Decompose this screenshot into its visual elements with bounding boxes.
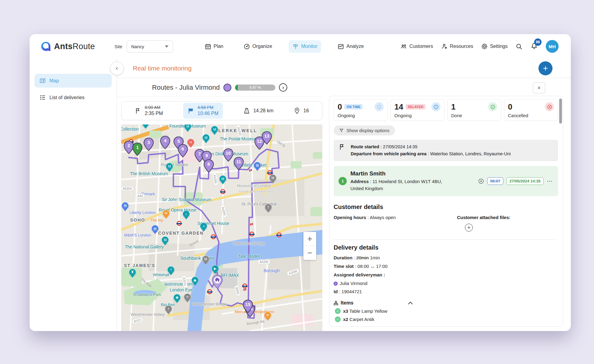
zoom-out-button[interactable]: − bbox=[303, 246, 316, 260]
stop-marker-4[interactable]: 4 bbox=[160, 136, 170, 149]
stop-marker-11[interactable]: 11 bbox=[234, 157, 244, 170]
poi-pin[interactable]: M bbox=[161, 236, 169, 244]
poi-pin[interactable]: ♪ bbox=[183, 210, 190, 218]
poi-pin[interactable]: ◉ bbox=[191, 277, 199, 284]
flag-icon bbox=[339, 143, 346, 151]
poi-pin[interactable]: M bbox=[202, 256, 209, 263]
nav-customers[interactable]: Customers bbox=[400, 43, 433, 50]
collapse-items-button[interactable] bbox=[408, 301, 413, 305]
poi-pin[interactable]: ▶ bbox=[212, 265, 219, 272]
map-canvas[interactable]: Foundling Museume CollectionCLERKENWELLT… bbox=[121, 124, 322, 331]
zoom-in-button[interactable]: + bbox=[303, 232, 316, 246]
item-check-icon: ✓ bbox=[335, 308, 341, 314]
tab-monitor[interactable]: Monitor bbox=[289, 40, 321, 53]
underground-icon bbox=[207, 289, 212, 294]
status-card-delayed[interactable]: 14 DELAYED Ongoing bbox=[390, 99, 444, 121]
items-icon bbox=[334, 301, 338, 305]
site-select[interactable]: Nancy bbox=[127, 40, 173, 52]
tab-plan[interactable]: Plan bbox=[201, 40, 227, 53]
close-panel-button[interactable]: × bbox=[533, 82, 545, 93]
stop-marker-8[interactable]: 8 bbox=[204, 159, 214, 173]
sidebar-item-deliveries[interactable]: List of deliveries bbox=[34, 91, 112, 104]
map-label: Tate Modern bbox=[238, 254, 262, 259]
add-file-button[interactable]: + bbox=[465, 224, 473, 232]
notification-badge: 98 bbox=[534, 38, 541, 46]
opening-hours-label: Opening hours bbox=[334, 215, 366, 220]
item-name: Table Lamp Yellow bbox=[350, 308, 387, 314]
road-name: Old St bbox=[276, 139, 286, 148]
poi-pin[interactable]: ▤ bbox=[151, 225, 159, 232]
stop-marker-13[interactable]: 13 bbox=[262, 131, 272, 145]
stop-menu-button[interactable]: ⋯ bbox=[547, 178, 553, 185]
poi-pin[interactable]: M bbox=[142, 124, 149, 127]
map-label: lastminute.com bbox=[164, 282, 193, 287]
search-button[interactable] bbox=[516, 43, 523, 50]
flag-icon bbox=[135, 107, 142, 114]
duration-new: 1min bbox=[370, 255, 380, 260]
poi-pin[interactable]: † bbox=[165, 305, 172, 313]
assigned-value: Julia Virmond bbox=[340, 281, 368, 286]
stop-marker-1[interactable]: 1 bbox=[132, 142, 143, 156]
notifications-button[interactable]: 98 bbox=[531, 42, 538, 51]
panel-scrollbar[interactable] bbox=[559, 99, 562, 124]
road-shield: B300 bbox=[234, 285, 241, 297]
next-route-button[interactable]: › bbox=[279, 83, 287, 92]
poi-pin[interactable]: † bbox=[167, 266, 175, 273]
nav-resources[interactable]: Resources bbox=[441, 43, 473, 50]
poi-pin[interactable]: Ψ bbox=[264, 312, 271, 319]
item-qty: x3 bbox=[343, 308, 348, 314]
map-label: BFI IMAX bbox=[221, 273, 239, 278]
map-label: Whitehall bbox=[153, 272, 169, 277]
stop-marker-3[interactable]: 3 bbox=[143, 138, 154, 151]
map-label: Fermé temporairement bbox=[239, 189, 273, 193]
start-planned-time: 8:00 AM bbox=[145, 105, 163, 110]
underground-icon bbox=[211, 234, 216, 239]
underground-icon bbox=[249, 232, 254, 236]
poi-pin[interactable]: Ψ bbox=[162, 210, 170, 217]
tab-analyze[interactable]: Analyze bbox=[334, 40, 368, 53]
sidebar-item-map[interactable]: Map bbox=[34, 74, 112, 88]
poi-pin[interactable]: M bbox=[166, 163, 173, 170]
road-icon bbox=[243, 107, 250, 114]
vehicle-marker[interactable] bbox=[212, 275, 223, 289]
stop-marker-15[interactable]: 15 bbox=[243, 300, 253, 313]
status-card-ontime[interactable]: 0 ON TIME Ongoing bbox=[334, 99, 388, 121]
user-avatar[interactable]: MH bbox=[546, 40, 559, 53]
poi-pin[interactable]: M bbox=[219, 175, 226, 182]
poi-pin[interactable]: ≍ bbox=[184, 293, 191, 301]
poi-pin[interactable]: M bbox=[211, 126, 218, 133]
map-zoom-control: + − bbox=[303, 232, 316, 260]
show-display-options-button[interactable]: Show display options bbox=[334, 125, 395, 135]
add-button[interactable]: + bbox=[538, 61, 552, 75]
poi-pin[interactable]: M bbox=[202, 134, 210, 141]
status-card-done[interactable]: 1 Done bbox=[447, 99, 501, 121]
route-progress-bar[interactable]: 6.67 % bbox=[235, 85, 275, 91]
road-shield: A40 bbox=[136, 194, 145, 198]
road-shield: A3200 bbox=[287, 268, 300, 276]
poi-pin[interactable]: ▥ bbox=[254, 162, 261, 169]
status-card-cancelled[interactable]: 0 Cancelled bbox=[504, 99, 558, 121]
brand-logo[interactable]: AntsRoute bbox=[41, 41, 95, 52]
rail-icon: ⇄ bbox=[249, 168, 252, 172]
nav-settings[interactable]: Settings bbox=[481, 43, 508, 50]
top-navbar: AntsRoute Site Nancy Plan Organize bbox=[30, 34, 571, 59]
poi-pin[interactable]: ♜ bbox=[129, 268, 136, 276]
stop-card-martin-smith[interactable]: 1 Martin Smith Address : 11 Howland St, … bbox=[334, 166, 558, 196]
poi-pin[interactable]: ◑ bbox=[200, 222, 207, 230]
stop-marker-6[interactable]: 6 bbox=[178, 144, 188, 157]
poi-pin[interactable]: † bbox=[265, 204, 272, 211]
poi-pin[interactable]: M bbox=[184, 124, 191, 130]
tab-organize[interactable]: Organize bbox=[240, 40, 276, 53]
rail-icon: ⇄ bbox=[250, 222, 253, 226]
back-button[interactable]: ‹ bbox=[110, 62, 124, 75]
delayed-badge: DELAYED bbox=[406, 104, 426, 110]
poi-pin[interactable]: ◉ bbox=[173, 294, 181, 301]
navbar-right: Customers Resources Settings bbox=[400, 40, 559, 53]
poi-pin[interactable]: H bbox=[187, 139, 194, 146]
target-icon[interactable] bbox=[478, 178, 484, 184]
poi-pin[interactable]: ▤ bbox=[121, 202, 129, 209]
stop-marker-10[interactable]: 10 bbox=[223, 149, 234, 162]
opening-hours-value: Always open bbox=[370, 215, 396, 220]
poi-pin[interactable]: M bbox=[269, 174, 277, 182]
underground-icon bbox=[220, 189, 225, 194]
